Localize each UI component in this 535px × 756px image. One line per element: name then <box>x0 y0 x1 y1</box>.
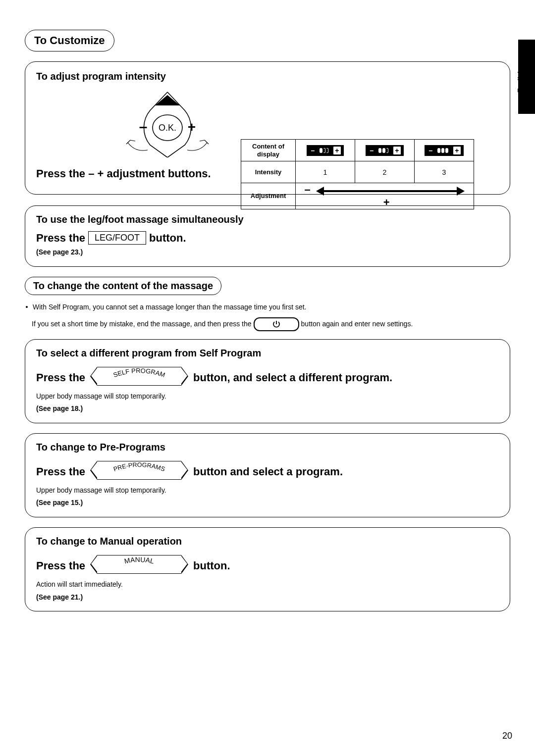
change-content-bullet: With Self Program, you cannot set a mass… <box>33 302 307 312</box>
section-manual: To change to Manual operation Press the … <box>25 527 510 611</box>
page-content: To Customize To adjust program intensity… <box>0 0 535 636</box>
intensity-2: 2 <box>355 161 415 183</box>
legfoot-press: Press the <box>36 232 85 245</box>
preprograms-heading: To change to Pre-Programs <box>36 442 499 453</box>
svg-text:MANUAL: MANUAL <box>124 555 155 565</box>
intensity-3: 3 <box>415 161 474 183</box>
selfprogram-heading: To select a different program from Self … <box>36 348 499 359</box>
svg-marker-0 <box>155 95 180 105</box>
remote-control-illustration: O.K. – + <box>106 88 229 157</box>
table-header-intensity: Intensity <box>241 161 296 183</box>
preprograms-after: button and select a program. <box>193 465 343 478</box>
selfprogram-after: button, and select a different program. <box>193 371 392 384</box>
svg-text:–: – <box>139 118 148 135</box>
bullet-icon <box>26 306 28 308</box>
manual-note1: Action will start immediately. <box>36 580 499 590</box>
adjustment-arrow-cell: – + <box>296 183 474 209</box>
change-content-line2a: If you set a short time by mistake, end … <box>32 319 252 329</box>
table-header-content: Content of display <box>241 140 296 161</box>
legfoot-heading: To use the leg/foot massage simultaneous… <box>36 214 499 225</box>
svg-text:+: + <box>188 119 196 135</box>
display-level-1: – + <box>296 140 355 161</box>
svg-text:SELF PROGRAM: SELF PROGRAM <box>112 367 166 379</box>
selfprogram-note2: (See page 18.) <box>36 404 499 414</box>
section-pre-programs: To change to Pre-Programs Press the PRE-… <box>25 433 510 517</box>
preprograms-note2: (See page 15.) <box>36 498 499 508</box>
change-content-heading: To change the content of the massage <box>25 277 221 295</box>
section-adjust-intensity: To adjust program intensity O.K. – + Co <box>25 61 510 195</box>
manual-button[interactable]: MANUAL <box>97 555 181 577</box>
page-number: 20 <box>502 731 512 741</box>
preprograms-note1: Upper body massage will stop temporarily… <box>36 486 499 496</box>
adjustment-arrow-icon <box>316 188 465 194</box>
change-content-line2b: button again and enter new settings. <box>301 319 413 329</box>
intensity-table: Content of display – + – + – + Intensity… <box>241 139 474 209</box>
section-leg-foot: To use the leg/foot massage simultaneous… <box>25 205 510 267</box>
adjust-heading: To adjust program intensity <box>36 71 499 82</box>
page-title: To Customize <box>25 30 114 51</box>
legfoot-button-word: button. <box>149 232 186 245</box>
manual-press: Press the <box>36 559 85 572</box>
manual-heading: To change to Manual operation <box>36 536 499 547</box>
section-self-program: To select a different program from Self … <box>25 339 510 423</box>
svg-text:O.K.: O.K. <box>159 123 176 133</box>
adj-plus: + <box>380 196 390 209</box>
display-level-3: – + <box>415 140 474 161</box>
manual-button-word: button. <box>193 559 230 572</box>
table-header-adjustment: Adjustment <box>241 183 296 209</box>
legfoot-note: (See page 23.) <box>36 248 499 257</box>
adj-minus: – <box>305 183 315 196</box>
manual-note2: (See page 21.) <box>36 593 499 603</box>
legfoot-button[interactable]: LEG/FOOT <box>88 231 146 245</box>
display-level-2: – + <box>355 140 415 161</box>
preprograms-press: Press the <box>36 465 85 478</box>
svg-text:PRE-PROGRAMS: PRE-PROGRAMS <box>112 461 166 473</box>
language-label: English <box>516 69 524 93</box>
self-program-button[interactable]: SELF PROGRAM <box>97 367 181 389</box>
power-icon <box>272 320 280 328</box>
pre-programs-button[interactable]: PRE-PROGRAMS <box>97 461 181 483</box>
intensity-1: 1 <box>296 161 355 183</box>
selfprogram-press: Press the <box>36 371 85 384</box>
power-button[interactable] <box>254 317 299 331</box>
selfprogram-note1: Upper body massage will stop temporarily… <box>36 392 499 402</box>
